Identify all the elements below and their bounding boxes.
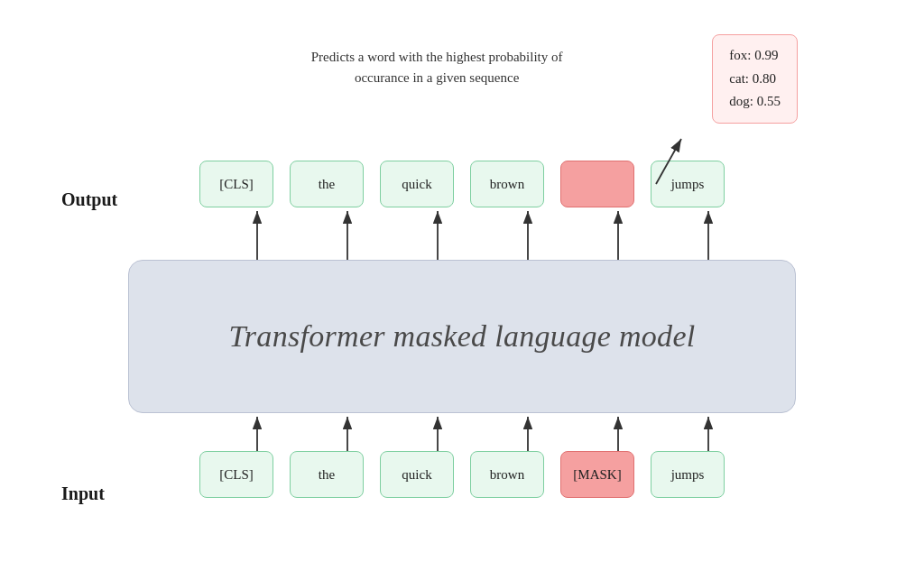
input-row: [CLS] the quick brown [MASK] jumps (0, 451, 924, 498)
input-token-group: [CLS] the quick brown [MASK] jumps (199, 451, 725, 498)
transformer-box: Transformer masked language model (128, 260, 796, 413)
diagram-container: Predicts a word with the highest probabi… (0, 0, 924, 580)
output-token-masked (560, 161, 634, 207)
prediction-line-3: dog: 0.55 (729, 90, 781, 114)
output-token-jumps: jumps (651, 161, 725, 207)
prediction-box: fox: 0.99 cat: 0.80 dog: 0.55 (712, 34, 798, 124)
output-token-group: [CLS] the quick brown jumps (199, 161, 725, 207)
input-token-mask: [MASK] (560, 451, 634, 498)
annotation-text: Predicts a word with the highest probabi… (311, 47, 563, 87)
input-token-jumps: jumps (651, 451, 725, 498)
output-token-cls: [CLS] (199, 161, 273, 207)
output-row: [CLS] the quick brown jumps (0, 161, 924, 207)
input-token-the: the (290, 451, 364, 498)
transformer-label: Transformer masked language model (228, 319, 695, 354)
output-token-the: the (290, 161, 364, 207)
output-token-brown: brown (470, 161, 544, 207)
prediction-line-1: fox: 0.99 (729, 44, 781, 68)
input-token-quick: quick (380, 451, 454, 498)
input-token-brown: brown (470, 451, 544, 498)
prediction-line-2: cat: 0.80 (729, 68, 781, 91)
input-token-cls: [CLS] (199, 451, 273, 498)
output-token-quick: quick (380, 161, 454, 207)
